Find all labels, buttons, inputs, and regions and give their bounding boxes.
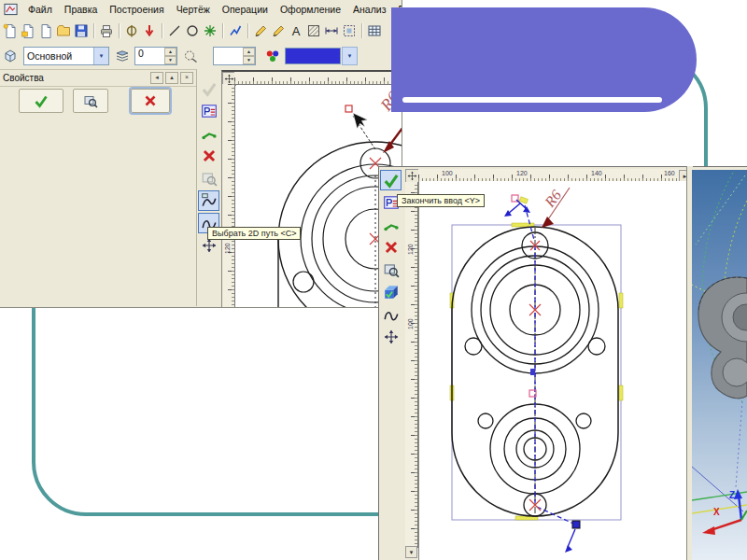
level-spinner[interactable]: 0 ▲▼ xyxy=(134,47,177,65)
layers-icon[interactable] xyxy=(114,48,131,64)
cad-window-1: ФайлПравкаПостроенияЧертёжОперацииОформл… xyxy=(0,0,402,308)
new-dialog-icon[interactable] xyxy=(37,22,54,39)
chevron-down-icon[interactable]: ▼ xyxy=(93,48,108,64)
separator xyxy=(162,23,162,38)
color-swatch[interactable] xyxy=(285,48,341,64)
properties-panel: Свойства ◂ ▴ × xyxy=(0,69,197,306)
layer-toolbar: Основной ▼ 0 ▲▼ ▲▼ ▼ xyxy=(2,45,358,67)
slide: ФайлПравкаПостроенияЧертёжОперацииОформл… xyxy=(0,0,747,560)
panel-close-icon[interactable]: × xyxy=(180,72,193,84)
save-icon[interactable] xyxy=(73,22,90,39)
menu-item[interactable]: Правка xyxy=(63,3,99,16)
color-chevron-down-icon[interactable]: ▼ xyxy=(342,47,358,65)
ruler-label: 120 xyxy=(224,243,231,254)
menu-item[interactable]: Чертёж xyxy=(175,3,212,16)
drawing-area-2: R6 xyxy=(418,181,690,560)
dimension-tool-icon[interactable] xyxy=(323,22,340,39)
text-tool-icon[interactable]: A xyxy=(288,22,304,39)
new-document-icon[interactable] xyxy=(2,22,19,39)
axis-icon[interactable] xyxy=(380,327,402,347)
horizontal-ruler-2: 100120140160 xyxy=(418,169,689,182)
menu-item[interactable]: Построения xyxy=(107,3,165,16)
preview-button[interactable] xyxy=(73,89,108,113)
empty-spinner-value xyxy=(214,48,243,64)
drawing-area-1: 100120 120 xyxy=(221,70,402,308)
select-2d-path-icon[interactable] xyxy=(380,304,402,325)
panel-dock-icon[interactable]: ◂ xyxy=(150,72,163,84)
separator xyxy=(93,23,94,38)
hatch-tool-icon[interactable] xyxy=(305,22,322,39)
pill-line-decoration xyxy=(402,97,662,103)
ruler-label: 140 xyxy=(591,170,602,176)
empty-spinner[interactable]: ▲▼ xyxy=(213,47,256,65)
ruler-label: 120 xyxy=(407,244,414,255)
scroll-down-icon[interactable]: ▼ xyxy=(405,546,417,558)
preview-icon xyxy=(198,168,219,189)
preview-icon[interactable] xyxy=(380,259,402,280)
line-tool-icon[interactable] xyxy=(166,22,183,39)
menu-item[interactable]: Оформление xyxy=(278,3,343,16)
menu-item[interactable]: Операции xyxy=(220,3,270,16)
ruler-label: 100 xyxy=(407,318,414,329)
separator xyxy=(361,23,362,38)
spin-up-icon[interactable]: ▲ xyxy=(164,48,176,56)
view-3d-canvas: X Z xyxy=(692,170,747,560)
axis-z-label: Z xyxy=(729,490,735,500)
table-tool-icon[interactable] xyxy=(366,22,383,39)
spin-down-icon[interactable]: ▼ xyxy=(164,56,176,64)
spin-up-icon[interactable]: ▲ xyxy=(243,48,255,56)
draw-tool-icon[interactable] xyxy=(252,22,269,39)
draw-line-tool-icon[interactable] xyxy=(270,22,287,39)
palette-icon[interactable] xyxy=(264,48,281,64)
update-icon[interactable] xyxy=(123,22,140,39)
ruler-label: 100 xyxy=(442,170,453,176)
select-other-icon[interactable] xyxy=(380,215,402,235)
sketch-tool-icon[interactable] xyxy=(227,22,244,39)
properties-panel-header: Свойства ◂ ▴ × xyxy=(0,70,196,87)
open-icon[interactable] xyxy=(55,22,72,39)
cancel-icon[interactable] xyxy=(380,237,402,258)
ruler-label: 160 xyxy=(664,170,675,176)
properties-panel-title: Свойства xyxy=(3,73,44,83)
model-cube-icon[interactable] xyxy=(2,48,19,64)
layer-combobox[interactable]: Основной ▼ xyxy=(23,47,109,65)
app-icon xyxy=(4,3,18,17)
dimension-label-2: R6 xyxy=(541,187,564,210)
vertical-ruler-1: 120 xyxy=(222,84,235,308)
vertical-ruler-2: 120100 xyxy=(405,182,418,548)
axis-x-label: X xyxy=(713,507,720,517)
select-other-icon[interactable] xyxy=(198,123,219,144)
select-lasso-icon[interactable] xyxy=(182,48,199,64)
menu-item[interactable]: Анализ xyxy=(351,3,388,16)
apply-button[interactable] xyxy=(19,89,63,113)
circle-tool-icon[interactable] xyxy=(184,22,201,39)
panel-collapse-icon[interactable]: ▴ xyxy=(165,72,178,84)
separator xyxy=(247,23,248,38)
confirm-icon xyxy=(198,78,219,99)
finish-input-icon[interactable] xyxy=(380,170,402,190)
node-tool-icon[interactable] xyxy=(202,22,218,39)
print-icon[interactable] xyxy=(98,22,115,39)
layer-combobox-value: Основной xyxy=(24,50,93,62)
menu-item[interactable]: Файл xyxy=(26,3,54,16)
menu-bar: ФайлПравкаПостроенияЧертёжОперацииОформл… xyxy=(0,0,402,19)
cancel-icon[interactable] xyxy=(198,146,219,166)
spin-down-icon[interactable]: ▼ xyxy=(243,56,255,64)
cancel-button[interactable] xyxy=(131,89,170,113)
view-3d[interactable]: X Z xyxy=(692,170,747,560)
horizontal-ruler-1: 100120 xyxy=(234,72,402,85)
properties-icon[interactable] xyxy=(198,101,219,121)
separator xyxy=(119,23,120,38)
tooltip-finish-input: Закончить ввод <Y> xyxy=(397,194,485,207)
tooltip-select-2d-path: Выбрать 2D путь <C> xyxy=(207,227,301,240)
select-contour-icon[interactable] xyxy=(198,190,219,211)
end-icon[interactable] xyxy=(141,22,158,39)
ruler-label: 120 xyxy=(516,170,528,176)
slide-pill-decoration xyxy=(391,7,697,112)
profile-3d-icon[interactable] xyxy=(380,282,402,302)
separator xyxy=(222,23,223,38)
drawing-canvas-2[interactable]: R6 xyxy=(419,181,690,560)
new-from-prototype-icon[interactable] xyxy=(20,22,36,39)
drawing-canvas-1[interactable]: R6 xyxy=(234,84,402,308)
fragment-tool-icon[interactable] xyxy=(341,22,358,39)
